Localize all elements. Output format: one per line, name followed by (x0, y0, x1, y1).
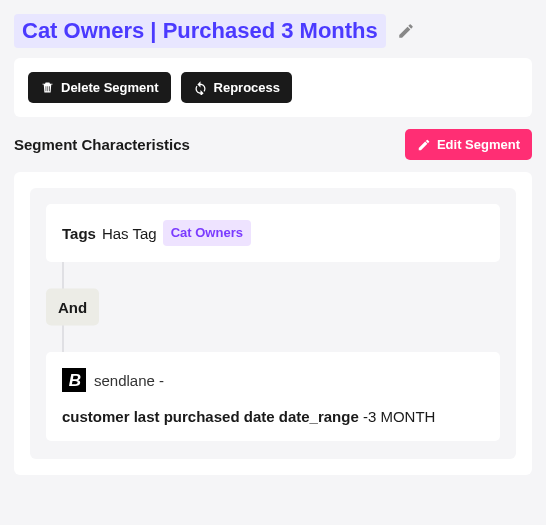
title-row: Cat Owners | Purchased 3 Months (14, 14, 532, 48)
rule-field-label: Tags (62, 223, 96, 244)
actions-card: Delete Segment Reprocess (14, 58, 532, 117)
condition-field: customer last purchased date date_range (62, 408, 359, 425)
integration-name: sendlane - (94, 372, 164, 389)
tag-chip: Cat Owners (163, 220, 251, 246)
characteristics-title: Segment Characteristics (14, 136, 190, 153)
pencil-icon (417, 138, 431, 152)
rule-block-tags: Tags Has Tag Cat Owners (46, 204, 500, 262)
edit-segment-button[interactable]: Edit Segment (405, 129, 532, 160)
characteristics-header: Segment Characteristics Edit Segment (14, 129, 532, 160)
delete-segment-label: Delete Segment (61, 80, 159, 95)
rules-container: Tags Has Tag Cat Owners And B sendlane -… (30, 188, 516, 459)
edit-segment-label: Edit Segment (437, 137, 520, 152)
rule-block-integration: B sendlane - customer last purchased dat… (46, 352, 500, 441)
delete-segment-button[interactable]: Delete Segment (28, 72, 171, 103)
connector: And (46, 262, 500, 352)
page-title: Cat Owners | Purchased 3 Months (14, 14, 386, 48)
trash-icon (40, 80, 55, 95)
rule-operator: Has Tag (102, 223, 157, 244)
reprocess-button[interactable]: Reprocess (181, 72, 292, 103)
reprocess-label: Reprocess (214, 80, 280, 95)
edit-title-icon[interactable] (396, 21, 416, 41)
and-badge: And (46, 289, 99, 326)
condition-text: customer last purchased date date_range … (62, 408, 484, 425)
condition-value: -3 MONTH (363, 408, 436, 425)
refresh-icon (193, 80, 208, 95)
rules-card: Tags Has Tag Cat Owners And B sendlane -… (14, 172, 532, 475)
bigcommerce-logo-icon: B (62, 368, 86, 392)
